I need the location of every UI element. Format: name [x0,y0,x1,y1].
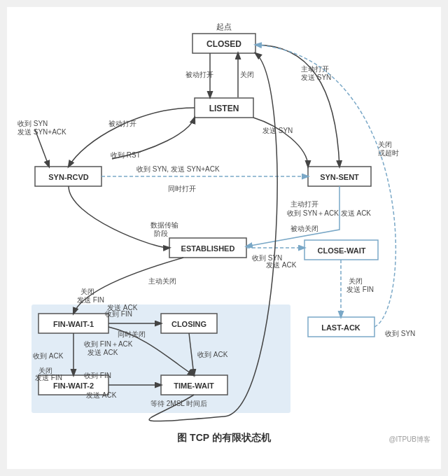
svg-text:关闭: 关闭 [378,141,392,148]
svg-text:主动打开: 主动打开 [301,65,329,73]
svg-text:收到 SYN＋ACK 发送 ACK: 收到 SYN＋ACK 发送 ACK [287,209,371,217]
svg-text:收到 SYN: 收到 SYN [385,330,415,337]
svg-text:关闭: 关闭 [240,71,254,78]
svg-text:起点: 起点 [216,22,232,31]
svg-text:SYN-RCVD: SYN-RCVD [48,173,89,181]
svg-text:FIN-WAIT-1: FIN-WAIT-1 [53,320,94,328]
svg-text:发送 SYN: 发送 SYN [262,127,293,134]
svg-text:主动关闭: 主动关闭 [148,277,176,285]
svg-text:同时打开: 同时打开 [168,185,196,192]
svg-text:发送 SYN: 发送 SYN [301,74,331,81]
svg-text:LISTEN: LISTEN [209,104,239,113]
svg-text:收到 ACK: 收到 ACK [33,352,64,360]
svg-text:CLOSE-WAIT: CLOSE-WAIT [317,246,365,255]
svg-text:被动关闭: 被动关闭 [290,225,318,232]
svg-text:发送 ACK: 发送 ACK [107,304,138,312]
svg-text:发送 ACK: 发送 ACK [86,391,117,399]
svg-text:FIN-WAIT-2: FIN-WAIT-2 [53,382,94,390]
diagram-caption: 图 TCP 的有限状态机 [177,432,271,444]
svg-text:TIME-WAIT: TIME-WAIT [174,382,214,390]
svg-text:关闭: 关闭 [349,277,363,285]
svg-text:被动打开: 被动打开 [108,120,136,127]
svg-text:ESTABLISHED: ESTABLISHED [181,244,235,253]
svg-text:同时关闭: 同时关闭 [118,330,146,338]
svg-text:主动打开: 主动打开 [290,200,318,208]
svg-text:发送 FIN: 发送 FIN [77,296,104,304]
svg-text:收到 FIN＋ACK: 收到 FIN＋ACK [84,340,133,348]
watermark: @ITPUB博客 [388,435,430,444]
svg-text:发送 ACK: 发送 ACK [266,261,297,269]
svg-text:收到 ACK: 收到 ACK [197,351,228,358]
svg-text:发送 ACK: 发送 ACK [88,349,118,356]
svg-text:被动打开: 被动打开 [186,71,214,78]
svg-text:发送 FIN: 发送 FIN [35,374,62,382]
svg-text:阶段: 阶段 [154,230,168,237]
svg-text:或超时: 或超时 [378,149,399,157]
svg-text:收到 FIN: 收到 FIN [84,372,111,379]
svg-text:收到 SYN: 收到 SYN [18,120,48,127]
svg-text:发送 FIN: 发送 FIN [346,286,374,293]
svg-text:数据传输: 数据传输 [150,221,178,229]
diagram-wrapper: CLOSED 起点 LISTEN SYN-RCVD SYN-SENT ESTAB… [14,14,434,448]
svg-text:发送 SYN+ACK: 发送 SYN+ACK [18,128,66,136]
svg-text:关闭: 关闭 [80,288,94,295]
svg-text:收到 SYN, 发送 SYN+ACK: 收到 SYN, 发送 SYN+ACK [136,165,220,173]
svg-text:CLOSING: CLOSING [172,320,206,328]
svg-text:LAST-ACK: LAST-ACK [321,323,360,332]
svg-text:SYN-SENT: SYN-SENT [320,173,359,181]
svg-text:CLOSED: CLOSED [206,39,241,49]
page-container: CLOSED 起点 LISTEN SYN-RCVD SYN-SENT ESTAB… [7,7,441,469]
